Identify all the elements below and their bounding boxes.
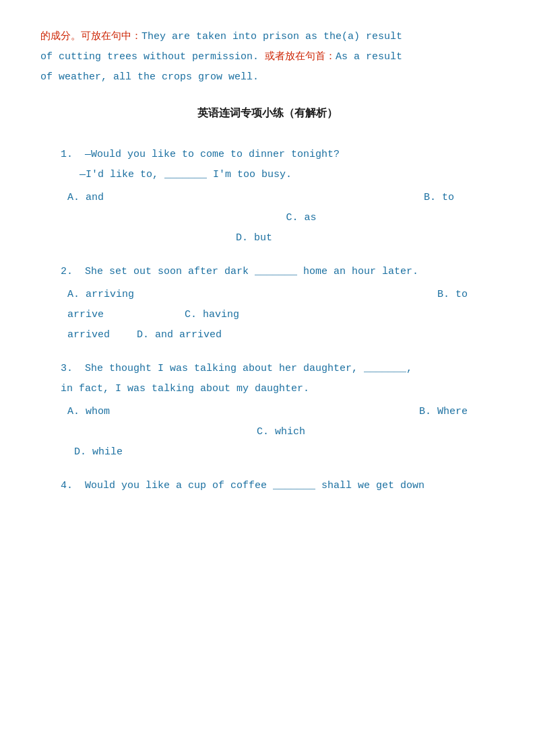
q4-line1: 4. Would you like a cup of coffee ______…: [61, 476, 495, 496]
q2-options-row2: arrive C. having: [67, 305, 495, 325]
q3-text-c: which: [275, 426, 305, 438]
q2-text-arrived: arrived: [67, 325, 110, 345]
q2-text-arrive: arrive: [67, 305, 104, 325]
q1-option-a: A. and: [67, 188, 104, 208]
intro-text-red-2: 或者放在句首：: [259, 51, 336, 63]
question-2: 2. She set out soon after dark _______ h…: [40, 262, 495, 345]
q3-option-c: C. which: [257, 422, 305, 442]
intro-line-3: of weather, all the crops grow well.: [40, 67, 495, 88]
q3-option-a: A. whom: [67, 402, 110, 422]
question-1: 1. —Would you like to come to dinner ton…: [40, 145, 495, 248]
q1-line1: 1. —Would you like to come to dinner ton…: [61, 145, 495, 165]
intro-text-blue-4: of weather, all the crops grow well.: [40, 71, 259, 83]
q4-num: 4.: [61, 480, 85, 491]
q1-label-b: B.: [424, 192, 442, 203]
q1-option-b: B. to: [424, 188, 454, 208]
q3-label-b: B.: [419, 406, 437, 417]
q2-num: 2.: [61, 266, 85, 277]
q2-label-d: D.: [137, 329, 155, 341]
intro-line-1: 的成分。可放在句中：They are taken into prison as …: [40, 27, 495, 47]
q1-option-d: D. but: [236, 228, 272, 248]
q2-options: A. arriving B. to arrive C. having arriv…: [67, 285, 495, 345]
q3-text-d: while: [92, 446, 123, 458]
question-3: 3. She thought I was talking about her d…: [40, 359, 495, 462]
q2-option-c: C. having: [185, 305, 239, 325]
q3-label-c: C.: [257, 426, 275, 438]
intro-text-blue-3: As a result: [336, 51, 402, 63]
q2-options-row3: arrived D. and arrived: [67, 325, 495, 345]
q3-text-b: Where: [437, 406, 468, 417]
q3-line1: 3. She thought I was talking about her d…: [61, 359, 495, 379]
q3-num: 3.: [61, 363, 85, 374]
q2-option-d: D. and arrived: [137, 325, 222, 345]
q2-option-a: A. arriving: [67, 285, 134, 305]
q1-text-b: to: [442, 192, 454, 203]
intro-text-red-1: 的成分。可放在句中：: [40, 31, 141, 42]
q2-text-d: and arrived: [155, 329, 222, 341]
q3-label-a: A.: [67, 406, 86, 417]
q1-label-c: C.: [286, 212, 304, 224]
q1-text-c: as: [305, 212, 317, 224]
section-title: 英语连词专项小练（有解析）: [40, 104, 495, 123]
q3-options: A. whom B. Where C. which D. while: [67, 402, 495, 462]
q1-options-row1: A. and B. to: [67, 188, 495, 208]
q1-num: 1.: [61, 149, 85, 160]
q2-option-b: B. to: [437, 285, 468, 305]
intro-line-2: of cutting trees without permission. 或者放…: [40, 47, 495, 67]
intro-paragraph: 的成分。可放在句中：They are taken into prison as …: [40, 27, 495, 88]
q2-label-b: B.: [437, 289, 455, 300]
q2-options-row1: A. arriving B. to: [67, 285, 495, 305]
q1-line2: —I'd like to, _______ I'm too busy.: [80, 165, 495, 185]
q2-text-c: having: [203, 309, 239, 320]
q1-option-c: C. as: [286, 208, 316, 228]
q1-options-row3: D. but: [67, 228, 495, 248]
q1-label-d: D.: [236, 232, 254, 244]
q1-text-a: and: [86, 192, 104, 203]
q3-option-d: D. while: [74, 442, 123, 462]
q2-line1: 2. She set out soon after dark _______ h…: [61, 262, 495, 282]
q3-options-row2: C. which: [67, 422, 495, 442]
question-4: 4. Would you like a cup of coffee ______…: [40, 476, 495, 496]
q1-text-d: but: [254, 232, 272, 244]
intro-text-blue-2: of cutting trees without permission.: [40, 51, 259, 63]
intro-text-blue-1: They are taken into prison as the(a) res…: [141, 31, 402, 42]
q2-text-b: to: [455, 289, 468, 300]
q2-text-a: arriving: [86, 289, 134, 300]
q3-option-b: B. Where: [419, 402, 468, 422]
q3-options-row3: D. while: [74, 442, 495, 462]
q1-options-row2: C. as: [67, 208, 495, 228]
q3-text-a: whom: [86, 406, 110, 417]
q1-label-a: A.: [67, 192, 86, 203]
q3-label-d: D.: [74, 446, 92, 458]
q3-line2: in fact, I was talking about my daughter…: [61, 379, 495, 399]
q1-options: A. and B. to C. as D. but: [67, 188, 495, 248]
q2-label-c: C.: [185, 309, 203, 320]
q2-label-a: A.: [67, 289, 86, 300]
q3-options-row1: A. whom B. Where: [67, 402, 495, 422]
